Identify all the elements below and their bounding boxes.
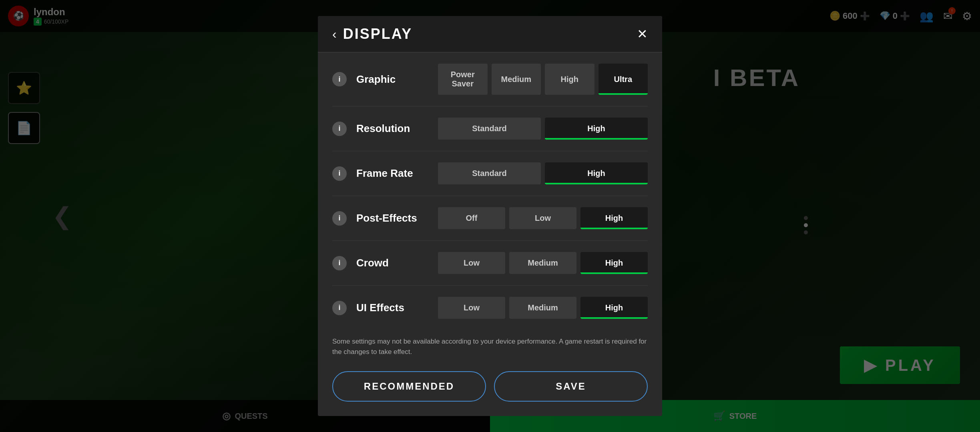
close-button[interactable]: ✕ xyxy=(637,28,648,40)
display-modal: ‹ DISPLAY ✕ i Graphic Power Saver Medium… xyxy=(318,16,662,416)
graphic-label: Graphic xyxy=(356,73,428,86)
framerate-label: Frame Rate xyxy=(356,167,428,180)
uieffects-options: Low Medium High xyxy=(438,297,648,319)
posteffects-label: Post-Effects xyxy=(356,212,428,224)
graphic-ultra-btn[interactable]: Ultra xyxy=(598,64,648,95)
crowd-low-btn[interactable]: Low xyxy=(438,252,505,274)
posteffects-info-icon[interactable]: i xyxy=(332,211,347,226)
posteffects-off-btn[interactable]: Off xyxy=(438,207,505,229)
uieffects-setting-row: i UI Effects Low Medium High xyxy=(332,286,648,330)
uieffects-low-btn[interactable]: Low xyxy=(438,297,505,319)
crowd-label: Crowd xyxy=(356,257,428,269)
graphic-high-btn[interactable]: High xyxy=(545,64,594,95)
uieffects-info-icon[interactable]: i xyxy=(332,301,347,315)
back-button[interactable]: ‹ xyxy=(332,27,337,42)
graphic-power-saver-btn[interactable]: Power Saver xyxy=(438,64,488,95)
framerate-options: Standard High xyxy=(438,162,648,184)
graphic-options: Power Saver Medium High Ultra xyxy=(438,64,648,95)
posteffects-options: Off Low High xyxy=(438,207,648,229)
save-button[interactable]: SAVE xyxy=(494,371,648,402)
graphic-info-icon[interactable]: i xyxy=(332,72,347,86)
framerate-setting-row: i Frame Rate Standard High xyxy=(332,151,648,196)
graphic-medium-btn[interactable]: Medium xyxy=(492,64,541,95)
resolution-options: Standard High xyxy=(438,118,648,140)
modal-header-left: ‹ DISPLAY xyxy=(332,26,412,42)
uieffects-medium-btn[interactable]: Medium xyxy=(509,297,576,319)
modal-body: i Graphic Power Saver Medium High Ultra … xyxy=(318,52,662,363)
resolution-standard-btn[interactable]: Standard xyxy=(438,118,541,140)
posteffects-setting-row: i Post-Effects Off Low High xyxy=(332,196,648,241)
framerate-info-icon[interactable]: i xyxy=(332,166,347,181)
modal-footer: RECOMMENDED SAVE xyxy=(318,363,662,416)
uieffects-high-btn[interactable]: High xyxy=(580,297,648,319)
modal-overlay: ‹ DISPLAY ✕ i Graphic Power Saver Medium… xyxy=(0,0,980,432)
modal-header: ‹ DISPLAY ✕ xyxy=(318,16,662,52)
disclaimer-text: Some settings may not be available accor… xyxy=(332,330,648,363)
crowd-setting-row: i Crowd Low Medium High xyxy=(332,241,648,286)
framerate-high-btn[interactable]: High xyxy=(545,162,648,184)
posteffects-low-btn[interactable]: Low xyxy=(509,207,576,229)
crowd-medium-btn[interactable]: Medium xyxy=(509,252,576,274)
resolution-label: Resolution xyxy=(356,122,428,135)
uieffects-label: UI Effects xyxy=(356,302,428,314)
resolution-setting-row: i Resolution Standard High xyxy=(332,106,648,151)
graphic-setting-row: i Graphic Power Saver Medium High Ultra xyxy=(332,52,648,106)
posteffects-high-btn[interactable]: High xyxy=(580,207,648,229)
crowd-options: Low Medium High xyxy=(438,252,648,274)
framerate-standard-btn[interactable]: Standard xyxy=(438,162,541,184)
resolution-info-icon[interactable]: i xyxy=(332,122,347,136)
resolution-high-btn[interactable]: High xyxy=(545,118,648,140)
crowd-high-btn[interactable]: High xyxy=(580,252,648,274)
crowd-info-icon[interactable]: i xyxy=(332,256,347,270)
recommended-button[interactable]: RECOMMENDED xyxy=(332,371,486,402)
modal-title: DISPLAY xyxy=(343,26,413,42)
